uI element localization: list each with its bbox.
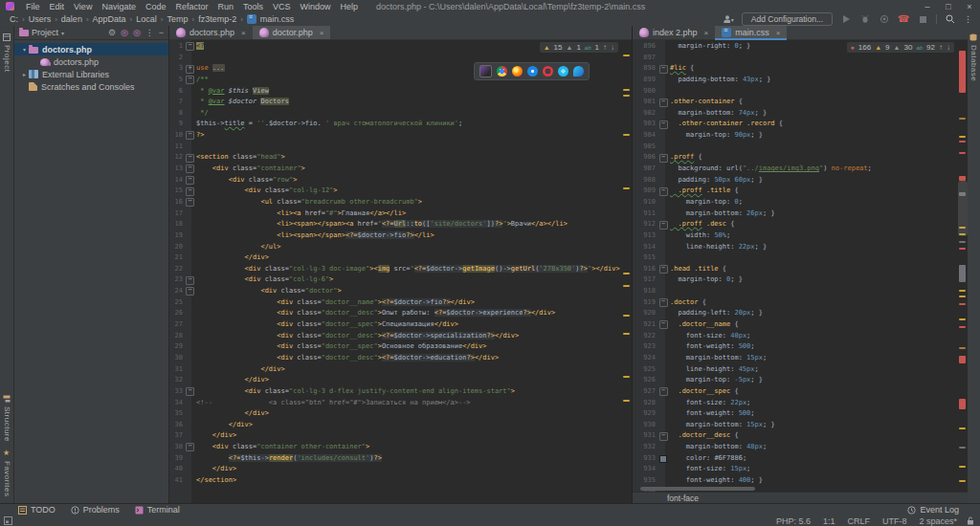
- menu-item-run[interactable]: Run: [212, 2, 238, 11]
- tool-window-button-todo[interactable]: TODO: [18, 505, 56, 515]
- code-area-right[interactable]: 896 margin-right: 0; }897898−#lic {899 p…: [633, 41, 958, 497]
- close-button[interactable]: ×: [959, 2, 980, 11]
- debug-bug-icon[interactable]: [859, 13, 871, 25]
- menu-item-file[interactable]: File: [21, 2, 45, 11]
- tab-close-icon[interactable]: ×: [320, 29, 324, 37]
- tool-button-favorites[interactable]: ★ Favorites: [3, 442, 11, 496]
- vertical-scrollbar[interactable]: [958, 181, 968, 236]
- browser-opera-icon[interactable]: [543, 66, 553, 77]
- scroll-to-source-icon[interactable]: ◎: [133, 28, 141, 37]
- browser-safari-icon[interactable]: [527, 66, 538, 77]
- fold-marker-icon[interactable]: −: [186, 164, 194, 173]
- browser-ie-icon[interactable]: [558, 66, 568, 77]
- fold-marker-icon[interactable]: −: [659, 65, 668, 74]
- kebab-menu-icon[interactable]: ⋮: [964, 14, 972, 24]
- tab-doctor-php[interactable]: doctor.php×: [253, 26, 331, 39]
- tool-window-button-terminal[interactable]: Terminal: [135, 505, 180, 515]
- locate-icon[interactable]: ◎: [121, 28, 128, 37]
- chevron-down-icon[interactable]: ▾: [20, 46, 29, 53]
- tree-item-doctors-php[interactable]: ▾doctors.php: [14, 43, 168, 55]
- menu-item-refactor[interactable]: Refactor: [170, 2, 212, 11]
- tab-close-icon[interactable]: ×: [241, 29, 246, 37]
- fold-marker-icon[interactable]: −: [659, 298, 668, 307]
- path-segment[interactable]: AppData: [91, 14, 128, 24]
- maximize-button[interactable]: □: [938, 2, 959, 11]
- vcs-users-icon[interactable]: ▾: [723, 13, 734, 25]
- menu-item-vcs[interactable]: VCS: [268, 2, 296, 11]
- minimize-button[interactable]: –: [917, 2, 938, 11]
- fold-marker-icon[interactable]: −: [659, 99, 668, 107]
- path-segment[interactable]: fz3temp-2: [196, 14, 238, 24]
- fold-marker-icon[interactable]: −: [186, 443, 194, 451]
- horizontal-scrollbar[interactable]: [640, 487, 755, 491]
- fold-marker-icon[interactable]: −: [186, 76, 194, 84]
- fold-marker-icon[interactable]: −: [659, 320, 668, 329]
- path-segment[interactable]: C:: [8, 14, 20, 24]
- fold-marker-icon[interactable]: −: [186, 198, 194, 207]
- tab-close-icon[interactable]: ×: [704, 29, 709, 37]
- menu-item-window[interactable]: Window: [296, 2, 336, 11]
- path-segment[interactable]: Users: [27, 14, 54, 24]
- menu-item-help[interactable]: Help: [336, 2, 364, 11]
- stop-button[interactable]: [917, 13, 928, 25]
- fold-marker-icon[interactable]: −: [659, 221, 668, 230]
- tab-index-2-php[interactable]: index 2.php×: [633, 26, 715, 39]
- fold-marker-icon[interactable]: −: [659, 121, 668, 129]
- path-segment[interactable]: Local: [134, 14, 159, 24]
- fold-marker-icon[interactable]: −: [186, 276, 194, 285]
- fold-marker-icon[interactable]: −: [186, 187, 194, 196]
- tree-item-external-libraries[interactable]: ▸External Libraries: [14, 68, 168, 80]
- settings-gear-icon[interactable]: ⚙: [108, 28, 116, 37]
- path-segment[interactable]: Temp: [165, 14, 189, 24]
- kebab-menu-icon[interactable]: ⋮: [145, 28, 154, 37]
- search-everywhere-icon[interactable]: [945, 13, 956, 25]
- fold-marker-icon[interactable]: −: [659, 187, 668, 196]
- tool-button-project[interactable]: Project: [3, 26, 11, 72]
- fold-marker-icon[interactable]: −: [659, 387, 668, 396]
- fold-marker-icon[interactable]: −: [186, 154, 194, 163]
- error-stripe-left[interactable]: [622, 39, 632, 504]
- status-item-2-spaces-[interactable]: 2 spaces*: [919, 516, 957, 526]
- fold-marker-icon[interactable]: −: [659, 265, 668, 274]
- editor-left[interactable]: doctors.php×doctor.php× 1−<?23+use ...5−…: [169, 26, 632, 504]
- run-button[interactable]: [840, 13, 852, 25]
- fold-marker-icon[interactable]: −: [186, 176, 194, 185]
- path-segment[interactable]: dalen: [59, 14, 84, 24]
- tool-window-switcher-icon[interactable]: [4, 516, 12, 525]
- error-stripe-right[interactable]: [958, 39, 968, 504]
- add-configuration-button[interactable]: Add Configuration...: [742, 12, 833, 26]
- hide-panel-icon[interactable]: −: [159, 28, 164, 37]
- tab-doctors-php[interactable]: doctors.php×: [169, 26, 253, 39]
- browser-chrome-icon[interactable]: [497, 66, 507, 77]
- tool-window-button-problems[interactable]: Problems: [71, 505, 120, 515]
- fold-marker-icon[interactable]: −: [186, 42, 194, 51]
- status-item-1-1[interactable]: 1:1: [823, 516, 835, 526]
- debug-listener-phone-icon[interactable]: ☎: [898, 13, 909, 25]
- fold-marker-icon[interactable]: −: [659, 432, 668, 441]
- fold-marker-icon[interactable]: −: [659, 154, 668, 163]
- menu-item-tools[interactable]: Tools: [238, 2, 268, 11]
- chevron-right-icon[interactable]: ▸: [20, 71, 29, 77]
- prev-issue-icon[interactable]: ↑: [939, 43, 943, 52]
- inspections-widget-left[interactable]: ▲15▲1ab1↑↓: [540, 42, 618, 53]
- tab-main-css[interactable]: main.css×: [715, 26, 787, 39]
- lock-icon[interactable]: [967, 516, 974, 525]
- tool-button-database[interactable]: Database: [969, 26, 978, 81]
- fold-marker-icon[interactable]: −: [186, 131, 194, 140]
- browser-ide-icon[interactable]: [479, 65, 492, 77]
- status-item-php-5-6[interactable]: PHP: 5.6: [776, 516, 811, 526]
- next-issue-icon[interactable]: ↓: [611, 43, 614, 52]
- editor-right[interactable]: index 2.php×main.css× 896 margin-right: …: [632, 26, 968, 504]
- next-issue-icon[interactable]: ↓: [947, 43, 950, 52]
- menu-item-edit[interactable]: Edit: [45, 2, 70, 11]
- coverage-icon[interactable]: [879, 13, 890, 25]
- browser-edge-icon[interactable]: [573, 66, 584, 77]
- tree-item-scratches-and-consoles[interactable]: Scratches and Consoles: [14, 80, 168, 93]
- fold-marker-icon[interactable]: +: [186, 65, 194, 74]
- tool-button-structure[interactable]: Structure: [3, 387, 11, 442]
- fold-marker-icon[interactable]: −: [186, 287, 194, 296]
- path-segment[interactable]: main.css: [258, 14, 297, 24]
- inspections-widget-right[interactable]: ●166▲9▲30ab92↑↓: [847, 42, 954, 53]
- status-item-crlf[interactable]: CRLF: [847, 516, 870, 526]
- status-item-utf-8[interactable]: UTF-8: [882, 516, 907, 526]
